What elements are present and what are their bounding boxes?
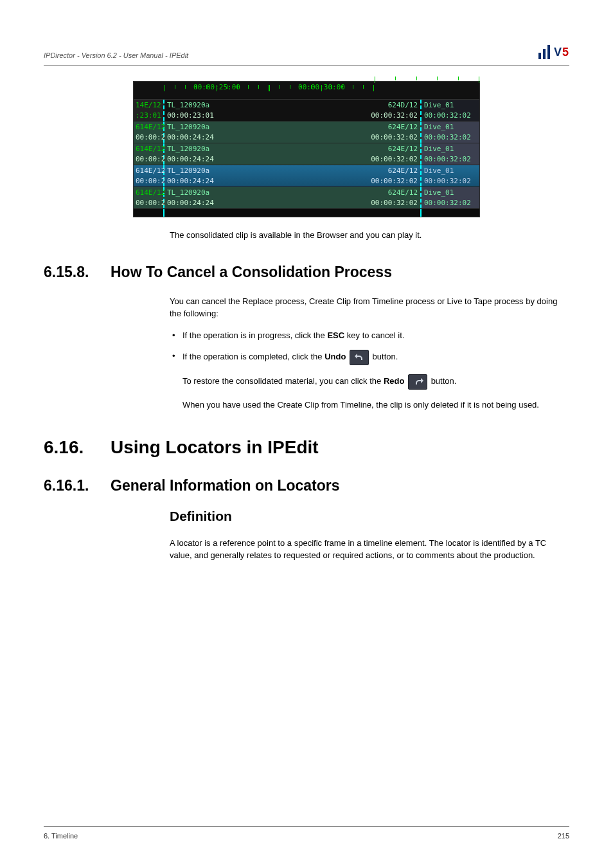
heading-6-16-1: 6.16.1. General Information on Locators: [44, 477, 569, 494]
timeline-clip-row: 614E/1200:00:24:24TL_120920a624E/1200:00…: [134, 143, 479, 165]
para-definition: A locator is a reference point to a spec…: [170, 537, 569, 562]
footer-left: 6. Timeline: [44, 832, 78, 840]
heading-6-15-8: 6.15.8. How To Cancel a Consolidation Pr…: [44, 264, 569, 281]
timeline-clip-row: 614E/1200:00:24:24TL_120920a624E/1200:00…: [134, 165, 479, 187]
redo-icon: [408, 374, 427, 390]
track-left-top: 14E/12: [136, 101, 161, 109]
bullet-undo: If the operation is completed, click the…: [170, 350, 569, 365]
timeline-clip-row: 614E/1200:00:24:24TL_120920a624E/1200:00…: [134, 187, 479, 209]
timeline-ruler: 00:00:25:00 00:00:30:00: [134, 82, 479, 100]
page-footer: 6. Timeline 215: [44, 826, 569, 840]
figure-caption: The consolidated clip is available in th…: [170, 229, 569, 242]
para-create-clip-note: When you have used the Create Clip from …: [182, 399, 569, 411]
timeline-clip-row: 614E/1200:00:24:24TL_120920a624E/1200:00…: [134, 122, 479, 143]
footer-page-number: 215: [558, 832, 569, 840]
undo-icon: [350, 350, 369, 365]
para-redo: To restore the consolidated material, yo…: [182, 374, 569, 390]
track-left-bot: :23:01: [136, 111, 161, 120]
header-text: IPDirector - Version 6.2 - User Manual -…: [44, 51, 188, 59]
timeline-empty-row: [134, 209, 479, 217]
evs-logo: V5: [538, 45, 569, 59]
timeline-track-header: 14E/12 :23:01 TL_120920a624D/12 00:00:23…: [134, 100, 479, 122]
page-header: IPDirector - Version 6.2 - User Manual -…: [44, 49, 569, 66]
subheading-definition: Definition: [170, 509, 569, 524]
heading-6-16: 6.16. Using Locators in IPEdit: [44, 437, 569, 458]
bullet-esc: If the operation is in progress, click t…: [170, 329, 569, 343]
para-6-15-8-intro: You can cancel the Replace process, Crea…: [170, 295, 569, 320]
timeline-screenshot: 00:00:25:00 00:00:30:00 14E/12 :23:01 TL…: [133, 81, 480, 217]
